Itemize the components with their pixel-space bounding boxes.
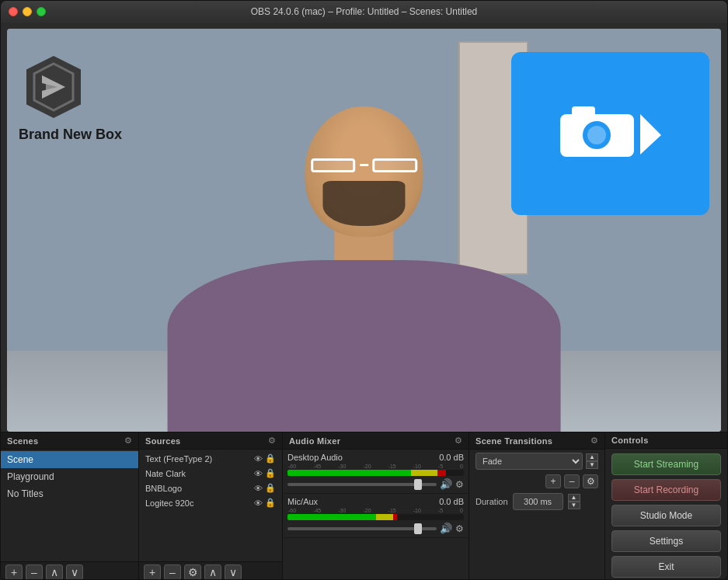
transition-config-button[interactable]: ⚙ bbox=[583, 474, 598, 488]
scenes-moveup-button[interactable]: ∧ bbox=[46, 564, 63, 580]
transitions-section: Scene Transitions ⚙ Fade ▲ ▼ + – ⚙ bbox=[469, 432, 605, 580]
source-item-nateclark[interactable]: Nate Clark 👁 🔒 bbox=[139, 466, 282, 481]
sources-settings-button[interactable]: ⚙ bbox=[184, 564, 201, 580]
titlebar: OBS 24.0.6 (mac) – Profile: Untitled – S… bbox=[1, 1, 727, 23]
audio-mic-fader-row: 🔊 ⚙ bbox=[287, 523, 464, 534]
audio-section: Audio Mixer ⚙ Desktop Audio 0.0 dB -60 -… bbox=[283, 432, 469, 580]
sources-remove-button[interactable]: – bbox=[164, 564, 181, 580]
audio-mic-meter-ticks: -60 -45 -30 -20 -15 -10 -5 0 bbox=[287, 508, 464, 513]
audio-title: Audio Mixer bbox=[289, 436, 340, 446]
sources-header: Sources ⚙ bbox=[139, 432, 282, 450]
transition-add-row: + – ⚙ bbox=[469, 473, 604, 490]
source-eye-icon-4[interactable]: 👁 bbox=[254, 498, 263, 508]
audio-desktop-settings-icon[interactable]: ⚙ bbox=[455, 479, 464, 490]
source-freetype-name: Text (FreeType 2) bbox=[145, 454, 254, 464]
transition-remove-button[interactable]: – bbox=[564, 474, 580, 488]
scenes-section: Scenes ⚙ Scene Playground No Titles + – … bbox=[1, 432, 139, 580]
source-bnblogo-icons: 👁 🔒 bbox=[254, 483, 276, 493]
duration-spin-down[interactable]: ▼ bbox=[568, 502, 580, 509]
maximize-button[interactable] bbox=[37, 7, 46, 16]
minimize-button[interactable] bbox=[23, 7, 32, 16]
scenes-header: Scenes ⚙ bbox=[1, 432, 138, 450]
scene-item-scene[interactable]: Scene bbox=[1, 451, 138, 468]
audio-desktop-header: Desktop Audio 0.0 dB bbox=[287, 453, 464, 462]
control-buttons: Start Streaming Start Recording Studio M… bbox=[605, 449, 727, 580]
bnb-brand-text: Brand New Box bbox=[19, 127, 122, 143]
audio-mic-fader[interactable] bbox=[287, 527, 437, 530]
transition-spin-up[interactable]: ▲ bbox=[586, 453, 598, 461]
transition-add-button[interactable]: + bbox=[545, 474, 561, 488]
controls-header: Controls bbox=[605, 432, 727, 449]
close-button[interactable] bbox=[9, 7, 18, 16]
start-streaming-button[interactable]: Start Streaming bbox=[611, 453, 721, 475]
scene-item-notitles[interactable]: No Titles bbox=[1, 485, 138, 502]
source-item-freetype[interactable]: Text (FreeType 2) 👁 🔒 bbox=[139, 451, 282, 466]
bnb-hex-logo bbox=[19, 52, 89, 122]
audio-desktop-fader-thumb[interactable] bbox=[414, 479, 422, 490]
source-eye-icon[interactable]: 👁 bbox=[254, 454, 263, 464]
panel-sections: Scenes ⚙ Scene Playground No Titles + – … bbox=[1, 432, 727, 580]
source-lock-icon[interactable]: 🔒 bbox=[265, 453, 276, 464]
scenes-add-button[interactable]: + bbox=[5, 564, 23, 580]
exit-button[interactable]: Exit bbox=[611, 556, 721, 578]
audio-desktop-mute-icon[interactable]: 🔊 bbox=[440, 478, 452, 490]
source-lock-icon-4[interactable]: 🔒 bbox=[265, 498, 276, 508]
svg-rect-7 bbox=[572, 106, 595, 117]
transition-spin-down[interactable]: ▼ bbox=[586, 461, 598, 469]
studio-mode-button[interactable]: Studio Mode bbox=[611, 505, 721, 526]
source-lock-icon-2[interactable]: 🔒 bbox=[265, 468, 276, 478]
transitions-config-icon[interactable]: ⚙ bbox=[590, 436, 598, 446]
audio-desktop-name: Desktop Audio bbox=[287, 453, 343, 462]
sources-config-icon[interactable]: ⚙ bbox=[268, 436, 276, 446]
transition-spinner: ▲ ▼ bbox=[586, 453, 598, 469]
window-title: OBS 24.0.6 (mac) – Profile: Untitled – S… bbox=[251, 6, 477, 17]
transitions-header: Scene Transitions ⚙ bbox=[469, 432, 604, 450]
scene-item-playground[interactable]: Playground bbox=[1, 468, 138, 485]
audio-desktop-fader[interactable] bbox=[287, 483, 437, 486]
sources-moveup-button[interactable]: ∧ bbox=[204, 564, 221, 580]
glasses-lens-left bbox=[311, 158, 355, 172]
scenes-list: Scene Playground No Titles bbox=[1, 450, 138, 561]
source-item-logitec[interactable]: Logitec 920c 👁 🔒 bbox=[139, 495, 282, 510]
audio-mic-settings-icon[interactable]: ⚙ bbox=[455, 523, 464, 534]
sources-section: Sources ⚙ Text (FreeType 2) 👁 🔒 Nate Cla… bbox=[139, 432, 283, 580]
audio-config-icon[interactable]: ⚙ bbox=[455, 436, 462, 446]
source-item-bnblogo[interactable]: BNBLogo 👁 🔒 bbox=[139, 481, 282, 495]
bnb-logo-area: Brand New Box bbox=[19, 52, 122, 143]
audio-mic-mute-icon[interactable]: 🔊 bbox=[440, 523, 452, 534]
source-eye-icon-2[interactable]: 👁 bbox=[254, 469, 263, 478]
audio-desktop-meter-ticks: -60 -45 -30 -20 -15 -10 -5 0 bbox=[287, 464, 464, 469]
audio-header: Audio Mixer ⚙ bbox=[283, 432, 468, 450]
source-lock-icon-3[interactable]: 🔒 bbox=[265, 483, 276, 493]
audio-desktop-level bbox=[287, 470, 464, 476]
scenes-toolbar: + – ∧ ∨ bbox=[1, 561, 138, 580]
transition-select[interactable]: Fade bbox=[475, 453, 583, 470]
settings-button[interactable]: Settings bbox=[611, 530, 721, 552]
duration-spin-up[interactable]: ▲ bbox=[568, 494, 580, 502]
source-eye-icon-3[interactable]: 👁 bbox=[254, 484, 263, 493]
sources-add-button[interactable]: + bbox=[144, 564, 161, 580]
bottom-panel: Scenes ⚙ Scene Playground No Titles + – … bbox=[1, 432, 727, 579]
audio-mic-fader-thumb[interactable] bbox=[414, 523, 422, 534]
source-logitec-icons: 👁 🔒 bbox=[254, 498, 276, 508]
preview-content: Brand New Box bbox=[7, 29, 721, 432]
scenes-title: Scenes bbox=[7, 436, 38, 446]
duration-spinner: ▲ ▼ bbox=[568, 494, 580, 509]
source-freetype-icons: 👁 🔒 bbox=[254, 453, 276, 464]
glasses-lens-right bbox=[372, 158, 416, 172]
zoom-overlay bbox=[511, 52, 709, 215]
audio-desktop-db: 0.0 dB bbox=[439, 453, 464, 462]
zoom-camera-icon bbox=[556, 99, 665, 168]
transition-select-row: Fade ▲ ▼ bbox=[469, 450, 604, 473]
source-logitec-name: Logitec 920c bbox=[145, 498, 254, 508]
source-nateclark-name: Nate Clark bbox=[145, 469, 254, 478]
start-recording-button[interactable]: Start Recording bbox=[611, 479, 721, 501]
sources-movedown-button[interactable]: ∨ bbox=[225, 564, 242, 580]
scenes-config-icon[interactable]: ⚙ bbox=[124, 436, 132, 446]
scenes-remove-button[interactable]: – bbox=[26, 564, 43, 580]
scenes-movedown-button[interactable]: ∨ bbox=[66, 564, 83, 580]
person-shirt bbox=[168, 260, 560, 432]
duration-input[interactable] bbox=[513, 493, 563, 510]
person-glasses bbox=[311, 158, 416, 172]
person-beard bbox=[322, 181, 405, 227]
